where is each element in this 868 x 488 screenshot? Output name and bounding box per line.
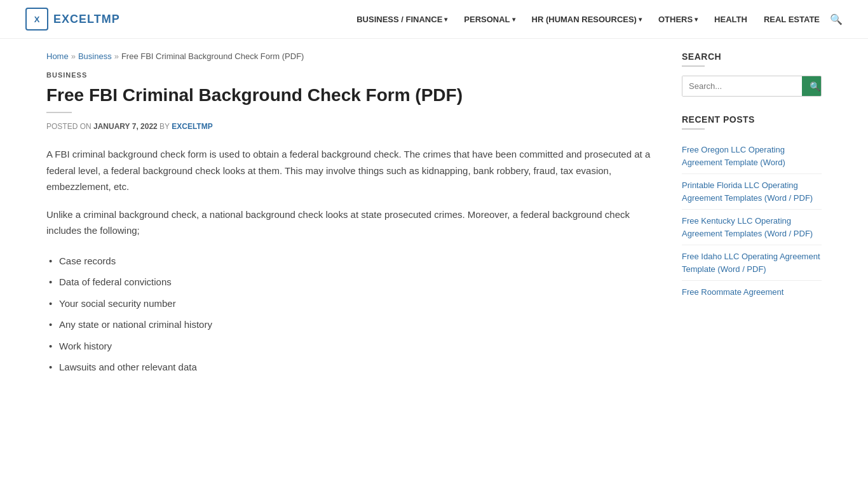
- search-icon[interactable]: 🔍: [830, 13, 843, 25]
- nav-item-personal[interactable]: PERSONAL ▾: [458, 11, 521, 28]
- category-label: BUSINESS: [46, 71, 656, 79]
- main-content: Home » Business » Free FBI Criminal Back…: [46, 51, 656, 390]
- logo-icon: X: [25, 8, 48, 30]
- breadcrumb: Home » Business » Free FBI Criminal Back…: [46, 51, 656, 61]
- site-header: X EXCELTMP BUSINESS / FINANCE ▾ PERSONAL…: [0, 0, 868, 39]
- chevron-down-icon: ▾: [444, 16, 447, 23]
- nav-item-real-estate[interactable]: REAL ESTATE: [757, 11, 826, 28]
- logo-text: EXCELTMP: [53, 13, 120, 26]
- chevron-down-icon: ▾: [512, 16, 515, 23]
- nav-item-business[interactable]: BUSINESS / FINANCE ▾: [350, 11, 454, 28]
- breadcrumb-home[interactable]: Home: [46, 51, 69, 61]
- breadcrumb-current: Free FBI Criminal Background Check Form …: [121, 51, 304, 61]
- title-underline: [46, 112, 72, 113]
- meta-by: BY: [159, 122, 170, 131]
- breadcrumb-business[interactable]: Business: [78, 51, 112, 61]
- list-item: Data of federal convictions: [46, 271, 656, 293]
- article-paragraph-2: Unlike a criminal background check, a na…: [46, 207, 656, 239]
- list-item: Free Roommate Agreement: [682, 281, 822, 304]
- meta-prefix: POSTED ON: [46, 122, 92, 131]
- breadcrumb-sep-2: »: [114, 51, 119, 61]
- list-item: Free Oregon LLC Operating Agreement Temp…: [682, 139, 822, 174]
- chevron-down-icon: ▾: [639, 16, 642, 23]
- post-author[interactable]: EXCELTMP: [172, 122, 212, 131]
- search-input[interactable]: [682, 76, 802, 96]
- search-icon: 🔍: [810, 81, 820, 92]
- chevron-down-icon: ▾: [695, 16, 698, 23]
- recent-post-link[interactable]: Free Kentucky LLC Operating Agreement Te…: [682, 216, 813, 238]
- page-wrap: Home » Business » Free FBI Criminal Back…: [21, 39, 847, 402]
- list-item: Your social security number: [46, 293, 656, 315]
- recent-posts-list: Free Oregon LLC Operating Agreement Temp…: [682, 139, 822, 304]
- nav-item-others[interactable]: OTHERS ▾: [652, 11, 704, 28]
- article-paragraph-1: A FBI criminal background check form is …: [46, 146, 656, 195]
- article-list: Case records Data of federal convictions…: [46, 250, 656, 378]
- sidebar-recent-posts-section: RECENT POSTS Free Oregon LLC Operating A…: [682, 114, 822, 304]
- article-title: Free FBI Criminal Background Check Form …: [46, 84, 656, 107]
- post-date: JANUARY 7, 2022: [93, 122, 158, 131]
- list-item: Lawsuits and other relevant data: [46, 356, 656, 378]
- recent-post-link[interactable]: Printable Florida LLC Operating Agreemen…: [682, 180, 813, 203]
- recent-posts-heading: RECENT POSTS: [682, 114, 822, 125]
- recent-post-link[interactable]: Free Oregon LLC Operating Agreement Temp…: [682, 145, 785, 167]
- list-item: Printable Florida LLC Operating Agreemen…: [682, 174, 822, 210]
- recent-posts-divider: [682, 128, 705, 130]
- list-item: Work history: [46, 336, 656, 357]
- search-button[interactable]: 🔍: [802, 76, 822, 96]
- search-box: 🔍: [682, 76, 822, 97]
- post-meta: POSTED ON JANUARY 7, 2022 BY EXCELTMP: [46, 122, 656, 131]
- list-item: Free Kentucky LLC Operating Agreement Te…: [682, 210, 822, 245]
- list-item: Any state or national criminal history: [46, 314, 656, 336]
- sidebar-search-section: SEARCH 🔍: [682, 51, 822, 97]
- main-nav: BUSINESS / FINANCE ▾ PERSONAL ▾ HR (HUMA…: [350, 11, 843, 28]
- search-divider: [682, 65, 705, 67]
- sidebar: SEARCH 🔍 RECENT POSTS Free Oregon LLC Op…: [682, 51, 822, 390]
- list-item: Free Idaho LLC Operating Agreement Templ…: [682, 245, 822, 281]
- recent-post-link[interactable]: Free Roommate Agreement: [682, 287, 783, 297]
- breadcrumb-sep-1: »: [71, 51, 76, 61]
- nav-item-health[interactable]: HEALTH: [708, 11, 754, 28]
- list-item: Case records: [46, 250, 656, 272]
- site-logo[interactable]: X EXCELTMP: [25, 8, 120, 30]
- nav-item-hr[interactable]: HR (HUMAN RESOURCES) ▾: [526, 11, 648, 28]
- search-heading: SEARCH: [682, 51, 822, 62]
- article-body: A FBI criminal background check form is …: [46, 146, 656, 378]
- recent-post-link[interactable]: Free Idaho LLC Operating Agreement Templ…: [682, 252, 820, 274]
